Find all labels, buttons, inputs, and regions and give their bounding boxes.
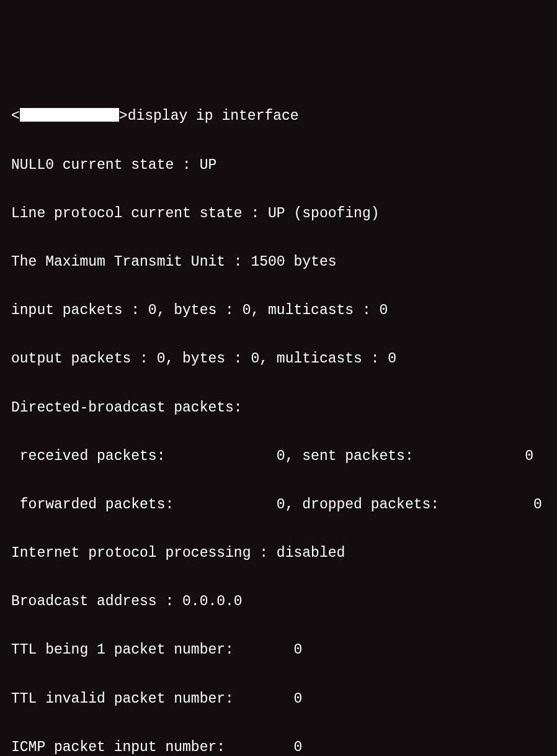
prompt-close: > [119, 108, 128, 124]
output-line: input packets : 0, bytes : 0, multicasts… [11, 299, 546, 323]
prompt-open: < [11, 108, 20, 124]
hostname-redacted [20, 108, 119, 122]
output-line: forwarded packets: 0, dropped packets: 0 [11, 493, 546, 517]
command-text: display ip interface [128, 108, 299, 124]
output-line: Broadcast address : 0.0.0.0 [11, 590, 546, 614]
output-line: The Maximum Transmit Unit : 1500 bytes [11, 250, 546, 274]
output-line: TTL being 1 packet number: 0 [11, 638, 546, 662]
command-line: <>display ip interface [11, 104, 546, 128]
output-line: Internet protocol processing : disabled [11, 541, 546, 565]
output-line: Directed-broadcast packets: [11, 396, 546, 420]
output-line: received packets: 0, sent packets: 0 [11, 444, 546, 469]
output-line: ICMP packet input number: 0 [11, 736, 546, 756]
output-line: NULL0 current state : UP [11, 153, 546, 178]
output-line: output packets : 0, bytes : 0, multicast… [11, 347, 546, 371]
output-line: Line protocol current state : UP (spoofi… [11, 202, 546, 226]
output-line: TTL invalid packet number: 0 [11, 687, 546, 711]
